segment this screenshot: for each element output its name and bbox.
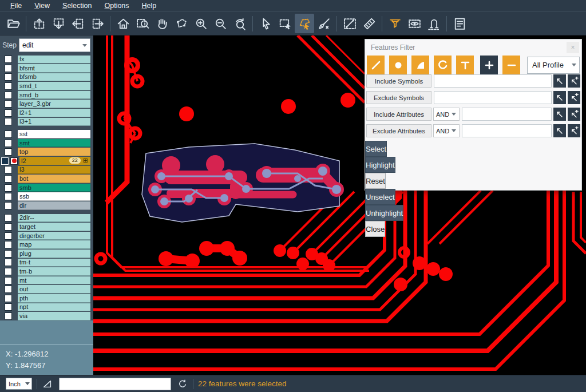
layer-visibility-checkbox[interactable] <box>5 130 12 138</box>
clear-highlight-button[interactable] <box>314 14 334 33</box>
zoom-out-button[interactable] <box>211 14 230 33</box>
select-arrow-button[interactable] <box>256 14 275 33</box>
pick-add-button[interactable] <box>568 91 580 104</box>
layer-row[interactable]: out <box>0 285 90 294</box>
layer-visibility-checkbox[interactable] <box>5 140 12 147</box>
zoom-area-button[interactable] <box>133 14 152 33</box>
layer-visibility-checkbox[interactable] <box>5 193 12 200</box>
transfer-left-button[interactable] <box>68 14 88 33</box>
layer-row[interactable]: via <box>0 312 90 321</box>
layer-visibility-checkbox[interactable] <box>5 73 12 81</box>
filter-row-label-button[interactable]: Exclude Symbols <box>366 91 431 104</box>
layer-row[interactable]: mt <box>0 276 90 285</box>
polygon-select-button[interactable] <box>295 14 314 33</box>
layer-row[interactable]: l3+1 <box>0 117 90 126</box>
line-feature-button[interactable] <box>367 56 385 74</box>
layer-name-cell[interactable]: dirgerber <box>18 232 90 240</box>
text-feature-button[interactable] <box>456 56 474 74</box>
menu-item[interactable]: File <box>5 0 27 11</box>
polygon-zoom-button[interactable] <box>172 14 191 33</box>
layer-row[interactable]: dirgerber <box>0 231 90 240</box>
transfer-up-button[interactable] <box>29 14 49 33</box>
dialog-action-button[interactable]: Select <box>365 141 387 157</box>
layer-name-cell[interactable]: smt <box>18 139 90 148</box>
layer-visibility-checkbox[interactable] <box>5 268 12 275</box>
layer-visibility-checkbox[interactable] <box>5 202 12 209</box>
layer-name-cell[interactable]: bfsmb <box>18 73 90 82</box>
layer-visibility-checkbox[interactable] <box>5 286 12 293</box>
zoom-reset-button[interactable] <box>230 14 250 33</box>
layer-row[interactable]: npt <box>0 303 90 312</box>
layer-row[interactable]: pth <box>0 294 90 303</box>
dialog-action-button[interactable]: Close <box>365 221 385 237</box>
layer-visibility-checkbox[interactable] <box>5 100 12 108</box>
layer-visibility-checkbox[interactable] <box>5 259 12 266</box>
filter-value-input[interactable] <box>462 108 552 121</box>
layer-visibility-checkbox[interactable] <box>5 65 12 72</box>
layer-row[interactable]: fx <box>0 55 90 64</box>
layer-visibility-checkbox[interactable] <box>5 214 12 221</box>
pad-feature-button[interactable] <box>389 56 407 74</box>
filter-row-label-button[interactable]: Include Attributes <box>366 108 431 121</box>
open-button[interactable] <box>3 14 23 33</box>
layer-name-cell[interactable]: layer_3.gbr <box>18 100 90 108</box>
and-or-select[interactable]: AND <box>433 108 460 121</box>
profile-select[interactable]: All Profile <box>527 57 580 74</box>
layer-visibility-checkbox[interactable] <box>5 82 12 90</box>
layer-row[interactable]: bfsmt <box>0 64 90 73</box>
layer-name-cell[interactable]: smb <box>18 184 90 192</box>
layer-visibility-checkbox[interactable] <box>5 277 12 284</box>
angle-measure-icon[interactable] <box>42 378 53 390</box>
layer-name-cell[interactable]: npt <box>18 303 90 312</box>
pick-add-button[interactable] <box>568 124 580 137</box>
remove-mode-button[interactable] <box>502 56 520 74</box>
transfer-right-button[interactable] <box>88 14 107 33</box>
layer-visibility-checkbox[interactable] <box>1 157 9 165</box>
layer-row[interactable]: target <box>0 223 90 232</box>
filter-value-input[interactable] <box>434 74 552 88</box>
layer-name-cell[interactable]: target <box>18 223 90 231</box>
pick-from-canvas-button[interactable] <box>553 124 566 137</box>
dialog-action-button[interactable]: Unhighlight <box>365 205 403 221</box>
report-button[interactable] <box>450 14 469 33</box>
layer-row[interactable]: bfsmb <box>0 73 90 82</box>
layer-name-cell[interactable]: l3 <box>18 166 90 175</box>
home-view-button[interactable] <box>113 14 133 33</box>
layer-name-cell[interactable]: via <box>18 312 90 320</box>
snap-button[interactable] <box>424 14 444 33</box>
layer-name-cell[interactable]: sst <box>18 130 90 138</box>
layer-visibility-checkbox[interactable] <box>5 295 12 302</box>
layer-row[interactable]: smt <box>0 138 90 148</box>
layer-name-cell[interactable]: map <box>18 240 90 249</box>
layer-visibility-checkbox[interactable] <box>5 250 12 258</box>
pick-from-canvas-button[interactable] <box>553 91 566 104</box>
filter-value-input[interactable] <box>434 91 552 104</box>
layer-visibility-checkbox[interactable] <box>5 166 12 173</box>
layer-row[interactable]: ssb <box>0 192 90 201</box>
rect-select-button[interactable] <box>275 14 295 33</box>
units-select[interactable]: Inch <box>6 378 32 390</box>
dialog-action-button[interactable]: Unselect <box>365 189 395 205</box>
layer-name-cell[interactable]: ssb <box>18 192 90 201</box>
layer-visibility-checkbox[interactable] <box>5 223 12 231</box>
layer-row[interactable]: dir <box>0 201 90 211</box>
layer-name-cell[interactable]: l2 22 <box>19 157 90 165</box>
layer-name-cell[interactable]: out <box>18 285 90 294</box>
ruler-button[interactable] <box>359 14 379 33</box>
layer-visibility-checkbox[interactable] <box>5 109 12 117</box>
layer-name-cell[interactable]: tm-t <box>18 259 90 267</box>
add-mode-button[interactable] <box>480 56 498 74</box>
view-options-button[interactable] <box>405 14 424 33</box>
menu-item[interactable]: View <box>29 0 56 11</box>
measure-line-button[interactable] <box>340 14 359 33</box>
menu-item[interactable]: Selection <box>57 0 97 11</box>
command-input[interactable] <box>59 378 171 390</box>
pan-button[interactable] <box>152 14 172 33</box>
layer-visibility-checkbox[interactable] <box>5 148 12 156</box>
layer-row[interactable]: sst <box>0 130 90 139</box>
layer-name-cell[interactable]: 2dir-- <box>18 214 90 223</box>
layer-row[interactable]: l3 <box>0 165 90 175</box>
dialog-close-button[interactable]: × <box>567 42 579 53</box>
layer-visibility-checkbox[interactable] <box>5 92 12 99</box>
step-select[interactable]: edit <box>19 38 90 52</box>
